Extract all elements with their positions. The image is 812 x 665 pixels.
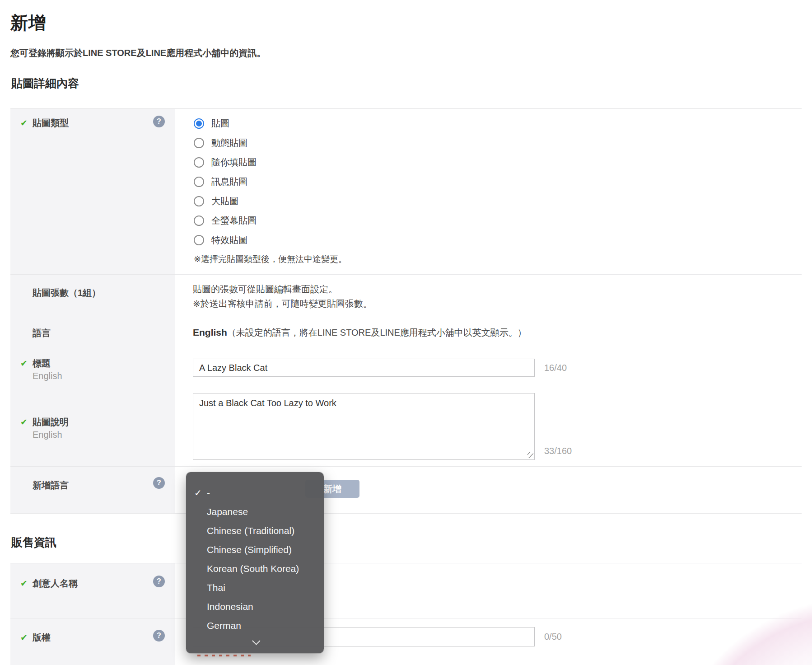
radio-option-effect-sticker[interactable]: 特效貼圖 (194, 230, 802, 250)
sticker-type-label-cell: ✔ 貼圖類型 ? (10, 109, 175, 274)
title-sublabel: English (33, 371, 62, 381)
radio-icon[interactable] (194, 196, 204, 206)
description-textarea[interactable]: Just a Black Cat Too Lazy to Work (193, 393, 535, 460)
title-input[interactable] (193, 359, 535, 377)
radio-option-sticker[interactable]: 貼圖 (194, 114, 802, 133)
radio-icon[interactable] (194, 215, 204, 226)
sticker-details-table: ✔ 貼圖類型 ? 貼圖 動態貼圖 隨你填貼圖 訊 (10, 108, 802, 513)
help-icon[interactable]: ? (153, 630, 165, 642)
sticker-count-line2: ※於送出審核申請前，可隨時變更貼圖張數。 (193, 296, 372, 311)
radio-option-custom-sticker[interactable]: 隨你填貼圖 (194, 153, 802, 172)
language-label: 語言 (33, 327, 51, 339)
sticker-type-note: ※選擇完貼圖類型後，便無法中途變更。 (194, 253, 802, 265)
radio-icon[interactable] (194, 177, 204, 187)
radio-icon[interactable] (194, 157, 204, 168)
description-counter: 33/160 (544, 446, 572, 456)
required-check-icon: ✔ (20, 358, 28, 369)
dropdown-item-chinese-traditional[interactable]: Chinese (Traditional) (186, 521, 324, 540)
required-check-icon: ✔ (20, 417, 28, 427)
row-sticker-count: 貼圖張數（1組） 貼圖的張數可從貼圖編輯畫面設定。 ※於送出審核申請前，可隨時變… (10, 275, 802, 321)
creator-name-label: 創意人名稱 (33, 577, 78, 590)
required-check-icon: ✔ (20, 578, 28, 589)
radio-option-big-sticker[interactable]: 大貼圖 (194, 192, 802, 211)
radio-option-animated-sticker[interactable]: 動態貼圖 (194, 133, 802, 153)
radio-icon[interactable] (194, 235, 204, 245)
dropdown-item-korean[interactable]: Korean (South Korea) (186, 559, 324, 578)
sticker-type-label: 貼圖類型 (33, 117, 69, 129)
description-label: 貼圖說明 (33, 416, 69, 428)
help-icon[interactable]: ? (153, 116, 165, 127)
dropdown-item-chinese-simplified[interactable]: Chinese (Simplified) (186, 540, 324, 559)
language-title-desc-label-cell: 語言 ✔ 標題 English ✔ 貼圖說明 English (10, 321, 175, 466)
selected-check-icon: ✓ (194, 483, 202, 502)
sticker-count-line1: 貼圖的張數可從貼圖編輯畫面設定。 (193, 282, 372, 296)
sales-info-table: ✔ 創意人名稱 ? ✔ 版權 ? 0/50 (10, 563, 802, 665)
language-title-desc-content-cell: English（未設定的語言，將在LINE STORE及LINE應用程式小舖中以… (175, 321, 802, 466)
language-dropdown-list: ✓ - Japanese Chinese (Traditional) Chine… (186, 472, 324, 635)
sticker-count-label-cell: 貼圖張數（1組） (10, 275, 175, 321)
textarea-resize-handle[interactable] (527, 452, 533, 458)
copyright-label: 版權 (33, 632, 51, 644)
section-heading-sticker-details: 貼圖詳細內容 (11, 76, 79, 91)
section-heading-sales-info: 販售資訊 (11, 535, 56, 550)
language-value-line: English（未設定的語言，將在LINE STORE及LINE應用程式小舖中以… (193, 327, 527, 339)
dropdown-scroll-more[interactable] (186, 639, 324, 648)
description-sublabel: English (33, 430, 62, 440)
copyright-label-cell: ✔ 版權 ? (10, 618, 175, 665)
row-language-title-description: 語言 ✔ 標題 English ✔ 貼圖說明 English English（未… (10, 321, 802, 467)
radio-option-message-sticker[interactable]: 訊息貼圖 (194, 172, 802, 192)
help-icon[interactable]: ? (153, 477, 165, 489)
sticker-count-text-cell: 貼圖的張數可從貼圖編輯畫面設定。 ※於送出審核申請前，可隨時變更貼圖張數。 (175, 275, 802, 321)
sticker-type-options-cell: 貼圖 動態貼圖 隨你填貼圖 訊息貼圖 大貼圖 (175, 109, 802, 274)
sticker-count-label: 貼圖張數（1組） (33, 287, 101, 299)
help-icon[interactable]: ? (153, 576, 165, 587)
add-language-label-cell: 新增語言 ? (10, 467, 175, 513)
add-language-label: 新增語言 (33, 479, 69, 492)
row-sticker-type: ✔ 貼圖類型 ? 貼圖 動態貼圖 隨你填貼圖 訊 (10, 109, 802, 275)
page-subtitle: 您可登錄將顯示於LINE STORE及LINE應用程式小舖中的資訊。 (10, 47, 266, 59)
language-value: English (193, 327, 227, 337)
row-copyright: ✔ 版權 ? 0/50 (10, 618, 802, 665)
radio-option-fullscreen-sticker[interactable]: 全螢幕貼圖 (194, 211, 802, 230)
creator-name-label-cell: ✔ 創意人名稱 ? (10, 563, 175, 618)
row-add-language: 新增語言 ? (10, 467, 802, 514)
dropdown-item-japanese[interactable]: Japanese (186, 502, 324, 521)
dropdown-item-indonesian[interactable]: Indonesian (186, 597, 324, 616)
required-check-icon: ✔ (20, 632, 28, 643)
page-title: 新增 (10, 11, 47, 35)
language-dropdown-menu: ✓ - Japanese Chinese (Traditional) Chine… (186, 472, 324, 653)
chevron-down-icon (252, 637, 260, 645)
language-note: （未設定的語言，將在LINE STORE及LINE應用程式小舖中以英文顯示。） (227, 328, 527, 337)
title-label: 標題 (33, 357, 51, 370)
dropdown-item-thai[interactable]: Thai (186, 578, 324, 597)
row-creator-name: ✔ 創意人名稱 ? (10, 563, 802, 618)
copyright-counter: 0/50 (544, 632, 562, 642)
radio-selected-icon[interactable] (194, 118, 204, 129)
title-counter: 16/40 (544, 363, 567, 373)
clipped-red-text (197, 655, 251, 656)
radio-icon[interactable] (194, 138, 204, 148)
dropdown-item-german[interactable]: German (186, 616, 324, 635)
dropdown-item-none[interactable]: ✓ - (186, 483, 324, 502)
required-check-icon: ✔ (20, 118, 28, 128)
